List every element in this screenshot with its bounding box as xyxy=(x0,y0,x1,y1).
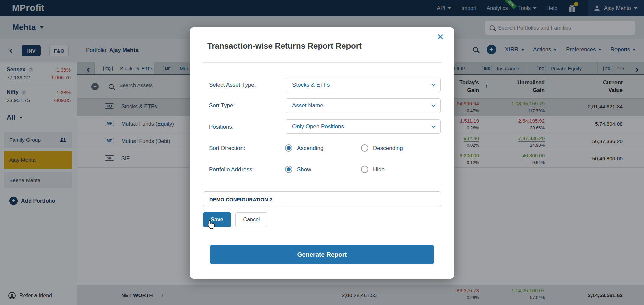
close-icon[interactable]: ✕ xyxy=(437,32,444,42)
modal-title: Transaction-wise Returns Report Report xyxy=(207,41,362,51)
radio-show[interactable] xyxy=(285,166,292,173)
asset-type-label: Select Asset Type: xyxy=(209,82,256,88)
report-config-modal: ✕ Transaction-wise Returns Report Report… xyxy=(190,27,454,279)
chevron-down-icon xyxy=(431,103,436,107)
divider xyxy=(203,62,441,63)
sort-direction-label: Sort Direction: xyxy=(209,145,245,152)
generate-report-button[interactable]: Generate Report xyxy=(210,245,434,264)
hide-label[interactable]: Hide xyxy=(373,166,385,173)
configuration-name-input[interactable] xyxy=(203,191,441,207)
asset-type-select[interactable]: Stocks & ETFs xyxy=(286,78,441,92)
chevron-down-icon xyxy=(431,124,436,128)
save-button[interactable]: Save xyxy=(203,212,231,227)
radio-ascending[interactable] xyxy=(285,144,292,152)
app-root: MProfit API Import Analytics NEW Tools H… xyxy=(0,0,644,305)
chevron-down-icon xyxy=(431,82,436,86)
cancel-button[interactable]: Cancel xyxy=(235,212,267,227)
sort-type-select[interactable]: Asset Name xyxy=(286,98,441,113)
descending-label[interactable]: Descending xyxy=(373,145,403,152)
radio-hide[interactable] xyxy=(361,166,368,173)
show-label[interactable]: Show xyxy=(297,166,311,173)
radio-descending[interactable] xyxy=(361,144,368,152)
positions-select[interactable]: Only Open Positions xyxy=(286,119,441,134)
portfolio-address-label: Portfolio Address: xyxy=(209,166,254,173)
divider xyxy=(203,184,441,184)
ascending-label[interactable]: Ascending xyxy=(297,145,323,152)
positions-label: Positions: xyxy=(209,124,234,130)
sort-type-label: Sort Type: xyxy=(209,102,235,109)
